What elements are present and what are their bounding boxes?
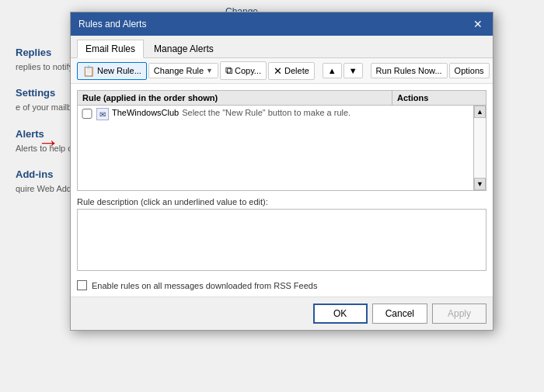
delete-label: Delete — [284, 66, 309, 75]
rule-name: TheWindowsClub — [112, 108, 179, 117]
tab-strip: Email Rules Manage Alerts — [71, 36, 493, 58]
rss-section: Enable rules on all messages downloaded … — [71, 277, 493, 297]
run-rules-button[interactable]: Run Rules Now... — [371, 63, 448, 78]
copy-icon: ⧉ — [225, 64, 232, 77]
change-rule-label: Change Rule — [154, 66, 204, 75]
copy-label: Copy... — [235, 66, 261, 75]
description-box — [77, 209, 486, 271]
col-rule-header: Rule (applied in the order shown) — [78, 91, 392, 105]
options-label: Options — [455, 66, 484, 75]
apply-button[interactable]: Apply — [432, 304, 486, 324]
move-down-button[interactable]: ▼ — [343, 63, 363, 78]
rules-scrollbar: ▲ ▼ — [473, 106, 486, 190]
toolbar: 📋 New Rule... Change Rule ▼ ⧉ Copy... ✕ … — [71, 58, 493, 84]
move-up-icon: ▲ — [328, 66, 337, 75]
description-label: Rule description (click an underlined va… — [77, 197, 486, 206]
scroll-down-arrow-icon[interactable]: ▼ — [474, 178, 486, 190]
options-button[interactable]: Options — [449, 63, 490, 78]
red-arrow-icon: → — [37, 130, 59, 155]
change-rule-button[interactable]: Change Rule ▼ — [148, 63, 218, 78]
rules-area: Rule (applied in the order shown) Action… — [71, 84, 493, 197]
rss-label: Enable rules on all messages downloaded … — [92, 281, 317, 290]
rules-table-content: ✉ TheWindowsClub Select the "New Rule" b… — [78, 106, 473, 190]
scroll-track — [474, 118, 486, 178]
new-rule-icon: 📋 — [82, 65, 95, 77]
col-actions-header: Actions — [392, 91, 486, 105]
new-rule-label: New Rule... — [97, 66, 141, 75]
new-rule-button[interactable]: 📋 New Rule... — [77, 62, 147, 80]
description-section: Rule description (click an underlined va… — [71, 197, 493, 277]
close-button[interactable]: ✕ — [471, 17, 485, 31]
ok-button[interactable]: OK — [313, 304, 368, 324]
tab-manage-alerts[interactable]: Manage Alerts — [145, 40, 222, 58]
run-rules-label: Run Rules Now... — [376, 66, 442, 75]
rules-table-body: ✉ TheWindowsClub Select the "New Rule" b… — [77, 106, 486, 191]
dialog-title-bar: Rules and Alerts ✕ — [71, 12, 493, 36]
scroll-up-arrow-icon[interactable]: ▲ — [474, 106, 486, 118]
rss-checkbox[interactable] — [77, 280, 87, 290]
dialog-footer: OK Cancel Apply — [71, 297, 493, 330]
table-row[interactable]: ✉ TheWindowsClub Select the "New Rule" b… — [78, 106, 473, 123]
rule-icon: ✉ — [96, 108, 109, 120]
change-rule-arrow-icon: ▼ — [206, 67, 213, 75]
move-down-icon: ▼ — [349, 66, 357, 75]
tab-email-rules[interactable]: Email Rules — [77, 40, 144, 58]
cancel-button[interactable]: Cancel — [372, 304, 427, 324]
dialog-title: Rules and Alerts — [78, 19, 146, 29]
rule-checkbox[interactable] — [81, 109, 93, 119]
move-up-button[interactable]: ▲ — [323, 63, 342, 78]
rule-hint: Select the "New Rule" button to make a r… — [182, 108, 350, 117]
delete-button[interactable]: ✕ Delete — [268, 62, 315, 80]
copy-button[interactable]: ⧉ Copy... — [220, 61, 267, 80]
rules-table-header: Rule (applied in the order shown) Action… — [77, 90, 486, 106]
rules-and-alerts-dialog: Rules and Alerts ✕ Email Rules Manage Al… — [70, 12, 493, 331]
delete-icon: ✕ — [274, 65, 282, 77]
